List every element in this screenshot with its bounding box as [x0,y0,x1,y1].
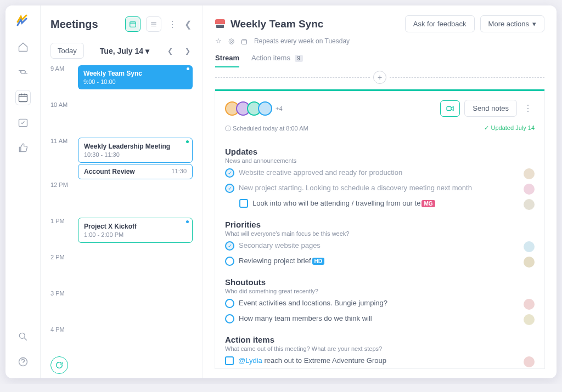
star-icon[interactable]: ☆ [215,37,222,45]
refresh-icon[interactable] [50,356,68,374]
update-subtask[interactable]: Look into who will be attending / travel… [225,199,535,210]
add-block-button[interactable]: + [373,71,386,84]
assignee-avatar[interactable] [524,168,535,179]
update-item[interactable]: ✓ Website creative approved and ready fo… [225,168,535,179]
hour-label: 9 AM [50,64,70,100]
event-project-x-kickoff[interactable]: Project X Kickoff 1:00 - 2:00 PM [78,218,193,243]
hour-label: 4 PM [50,325,70,347]
svg-rect-5 [242,39,247,44]
checked-circle-icon[interactable]: ✓ [225,241,234,251]
user-chip-mg: MG [422,200,435,207]
event-account-review[interactable]: Account Review 11:30 [78,164,193,179]
avatar[interactable] [258,101,272,116]
prev-day-icon[interactable]: ❮ [165,45,175,57]
section-updates: Updates News and announcements ✓ Website… [225,147,535,210]
updated-text: ✓ Updated July 14 [484,124,535,133]
assignee-avatar[interactable] [524,299,535,310]
home-icon[interactable] [15,39,31,55]
date-label[interactable]: Tue, July 14 ▾ [92,47,158,55]
assignee-avatar[interactable] [524,356,535,367]
checked-circle-icon[interactable]: ✓ [225,184,234,193]
avatar-more-count[interactable]: +4 [276,105,283,112]
search-icon[interactable] [15,329,31,344]
priority-item[interactable]: ✓ Secondary website pages [225,241,535,252]
meetings-panel: Meetings ⋮ ❮ Today Tue, July 14 ▾ ❮ ❯ 9 … [41,5,203,378]
send-notes-button[interactable]: Send notes [464,100,517,117]
meeting-notes-body: +4 Send notes ⋮ ⓘ Scheduled today at 8:0… [215,89,544,368]
svg-rect-4 [130,22,136,27]
visibility-icon[interactable]: ◎ [228,37,234,45]
shoutout-item[interactable]: How many team members do we think will [225,314,535,325]
circle-icon[interactable] [225,257,234,266]
list-view-icon[interactable] [146,16,161,32]
mention-lydia[interactable]: @Lydia [238,356,262,365]
hour-label: 2 PM [50,253,70,289]
priority-item[interactable]: Reviewing project briefHD [225,257,535,268]
nav-rail [5,5,41,378]
checkbox-icon[interactable] [239,199,248,208]
body-kebab-icon[interactable]: ⋮ [521,101,535,116]
ask-feedback-button[interactable]: Ask for feedback [405,15,475,32]
calendar-day-view: 9 AM Weekly Team Sync 9:00 - 10:00 10 AM… [41,64,203,352]
assignee-avatar[interactable] [524,257,535,268]
tab-stream[interactable]: Stream [215,54,239,67]
repeat-text: Repeats every week on Tuesday [254,37,350,45]
circle-icon[interactable] [225,299,234,308]
update-item[interactable]: ✓ New project starting. Looking to sched… [225,184,535,195]
collapse-icon[interactable]: ❮ [183,19,193,30]
app-logo[interactable] [15,14,31,30]
event-weekly-team-sync[interactable]: Weekly Team Sync 9:00 - 10:00 [78,65,193,89]
event-leadership-meeting[interactable]: Weekly Leadership Meeting 10:30 - 11:30 [78,138,193,163]
attendee-avatars[interactable]: +4 [225,101,283,116]
section-shoutouts: Shoutouts Who did something great recent… [225,277,535,325]
user-chip-hd: HD [312,258,324,265]
thumbs-up-icon[interactable] [15,140,31,156]
shoutout-item[interactable]: Event activities and locations. Bungie j… [225,299,535,310]
app-window: Meetings ⋮ ❮ Today Tue, July 14 ▾ ❮ ❯ 9 … [5,5,557,378]
chevron-down-icon: ▾ [532,20,536,28]
scheduled-text: ⓘ Scheduled today at 8:00 AM [225,124,308,133]
svg-point-2 [19,333,25,338]
assignee-avatar[interactable] [524,184,535,195]
tab-action-items[interactable]: Action items 9 [251,54,303,67]
repeat-icon [241,37,248,45]
video-call-icon[interactable] [440,100,460,117]
svg-rect-0 [19,94,27,101]
hour-label: 12 PM [50,180,70,217]
assignee-avatar[interactable] [524,199,535,210]
checkbox-icon[interactable] [225,356,234,365]
checked-circle-icon[interactable]: ✓ [225,168,234,178]
meeting-title: Weekly Team Sync [231,18,400,30]
more-actions-button[interactable]: More actions ▾ [480,15,544,32]
section-action-items: Action items What came out of this meeti… [225,335,535,367]
section-priorities: Priorities What will everyone's main foc… [225,220,535,268]
help-icon[interactable] [15,354,31,370]
svg-rect-6 [447,106,451,110]
assignee-avatar[interactable] [524,241,535,252]
today-button[interactable]: Today [50,43,84,59]
tasks-icon[interactable] [15,115,31,130]
calendar-view-icon[interactable] [125,16,140,32]
detail-panel: Weekly Team Sync Ask for feedback More a… [203,5,557,378]
calendar-chip-icon [215,19,225,29]
page-title: Meetings [50,18,120,31]
calendar-icon[interactable] [15,90,31,105]
hour-label: 11 AM [50,137,70,180]
kebab-icon[interactable]: ⋮ [167,19,178,30]
circle-icon[interactable] [225,314,234,323]
action-item[interactable]: @Lydia reach out to Extreme Adventure Gr… [225,356,535,367]
hour-label: 10 AM [50,100,70,137]
assignee-avatar[interactable] [524,314,535,325]
flows-icon[interactable] [15,65,31,80]
next-day-icon[interactable]: ❯ [183,45,193,57]
hour-label: 1 PM [50,217,70,253]
hour-label: 3 PM [50,289,70,325]
